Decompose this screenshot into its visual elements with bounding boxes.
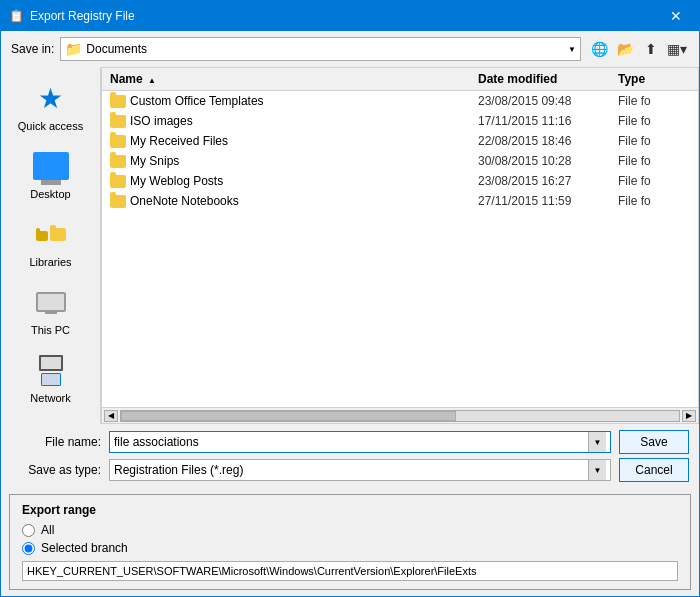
filetype-label: Save as type: (11, 463, 101, 477)
file-name: My Snips (106, 152, 474, 170)
export-registry-dialog: 📋 Export Registry File ✕ Save in: 📁 Docu… (0, 0, 700, 597)
column-type[interactable]: Type (614, 70, 694, 88)
table-row[interactable]: OneNote Notebooks 27/11/2015 11:59 File … (102, 191, 698, 211)
cancel-button[interactable]: Cancel (619, 458, 689, 482)
file-list-area: Name ▲ Date modified Type Custom Office … (101, 67, 699, 424)
file-type: File fo (614, 132, 694, 150)
network-icon (31, 350, 71, 390)
this-pc-icon (31, 282, 71, 322)
save-button[interactable]: Save (619, 430, 689, 454)
table-row[interactable]: ISO images 17/11/2015 11:16 File fo (102, 111, 698, 131)
folder-icon (110, 95, 126, 108)
file-date: 30/08/2015 10:28 (474, 152, 614, 170)
libraries-icon (31, 214, 71, 254)
current-folder-name: Documents (86, 42, 147, 56)
file-type: File fo (614, 192, 694, 210)
desktop-icon (31, 146, 71, 186)
folder-icon (110, 175, 126, 188)
filetype-input[interactable]: Registration Files (*.reg) ▼ (109, 459, 611, 481)
sidebar-item-label: Network (30, 392, 70, 404)
view-menu-button[interactable]: ▦▾ (665, 37, 689, 61)
file-date: 23/08/2015 09:48 (474, 92, 614, 110)
toolbar-buttons: 🌐 📂 ⬆ ▦▾ (587, 37, 689, 61)
file-type: File fo (614, 92, 694, 110)
table-row[interactable]: Custom Office Templates 23/08/2015 09:48… (102, 91, 698, 111)
save-in-label: Save in: (11, 42, 54, 56)
file-name: My Received Files (106, 132, 474, 150)
save-in-dropdown[interactable]: 📁 Documents ▼ (60, 37, 581, 61)
go-back-button[interactable]: 🌐 (587, 37, 611, 61)
folder-icon (110, 135, 126, 148)
scroll-right-button[interactable]: ▶ (682, 410, 696, 422)
file-name: ISO images (106, 112, 474, 130)
column-date[interactable]: Date modified (474, 70, 614, 88)
file-list-header: Name ▲ Date modified Type (102, 68, 698, 91)
radio-selected-label: Selected branch (41, 541, 128, 555)
sidebar-item-label: Libraries (29, 256, 71, 268)
file-date: 23/08/2015 16:27 (474, 172, 614, 190)
folder-icon (110, 155, 126, 168)
dialog-icon: 📋 (9, 9, 24, 23)
file-date: 22/08/2015 18:46 (474, 132, 614, 150)
table-row[interactable]: My Snips 30/08/2015 10:28 File fo (102, 151, 698, 171)
sidebar-item-network[interactable]: Network (1, 343, 100, 411)
title-bar: 📋 Export Registry File ✕ (1, 1, 699, 31)
export-range-title: Export range (22, 503, 678, 517)
filetype-dropdown-arrow[interactable]: ▼ (588, 460, 606, 480)
filetype-value: Registration Files (*.reg) (114, 463, 586, 477)
column-name[interactable]: Name ▲ (106, 70, 474, 88)
sidebar-item-desktop[interactable]: Desktop (1, 139, 100, 207)
quick-access-icon: ★ (31, 78, 71, 118)
radio-selected-branch[interactable] (22, 542, 35, 555)
filename-dropdown-arrow[interactable]: ▼ (588, 432, 606, 452)
file-type: File fo (614, 112, 694, 130)
file-name: My Weblog Posts (106, 172, 474, 190)
filename-value: file associations (114, 435, 586, 449)
file-type: File fo (614, 172, 694, 190)
title-bar-left: 📋 Export Registry File (9, 9, 135, 23)
folder-icon-small: 📁 (65, 41, 82, 57)
dropdown-chevron: ▼ (568, 45, 576, 54)
table-row[interactable]: My Received Files 22/08/2015 18:46 File … (102, 131, 698, 151)
toolbar: Save in: 📁 Documents ▼ 🌐 📂 ⬆ ▦▾ (1, 31, 699, 67)
sidebar-item-this-pc[interactable]: This PC (1, 275, 100, 343)
sidebar-item-label: Desktop (30, 188, 70, 200)
filename-row: File name: file associations ▼ Save (11, 430, 689, 454)
file-date: 27/11/2015 11:59 (474, 192, 614, 210)
horizontal-scrollbar[interactable]: ◀ ▶ (102, 407, 698, 423)
folder-icon (110, 195, 126, 208)
cancel-button-wrap: Cancel (619, 458, 689, 482)
sidebar-item-label: Quick access (18, 120, 83, 132)
file-list-body: Custom Office Templates 23/08/2015 09:48… (102, 91, 698, 407)
up-level-button[interactable]: ⬆ (639, 37, 663, 61)
branch-value-input[interactable] (22, 561, 678, 581)
bottom-form: File name: file associations ▼ Save Save… (1, 424, 699, 488)
sidebar: ★ Quick access Desktop Libraries (1, 67, 101, 424)
main-area: ★ Quick access Desktop Libraries (1, 67, 699, 424)
filename-input[interactable]: file associations ▼ (109, 431, 611, 453)
dialog-title: Export Registry File (30, 9, 135, 23)
file-type: File fo (614, 152, 694, 170)
file-date: 17/11/2015 11:16 (474, 112, 614, 130)
close-button[interactable]: ✕ (653, 1, 699, 31)
sidebar-item-quick-access[interactable]: ★ Quick access (1, 71, 100, 139)
filetype-row: Save as type: Registration Files (*.reg)… (11, 458, 689, 482)
radio-all[interactable] (22, 524, 35, 537)
file-name: OneNote Notebooks (106, 192, 474, 210)
radio-all-row: All (22, 523, 678, 537)
filename-label: File name: (11, 435, 101, 449)
table-row[interactable]: My Weblog Posts 23/08/2015 16:27 File fo (102, 171, 698, 191)
scroll-thumb[interactable] (121, 411, 456, 421)
sidebar-item-label: This PC (31, 324, 70, 336)
file-name: Custom Office Templates (106, 92, 474, 110)
export-range-section: Export range All Selected branch (9, 494, 691, 590)
folder-icon (110, 115, 126, 128)
radio-all-label: All (41, 523, 54, 537)
new-folder-button[interactable]: 📂 (613, 37, 637, 61)
form-buttons: Save (619, 430, 689, 454)
sort-arrow: ▲ (148, 76, 156, 85)
scroll-track[interactable] (120, 410, 680, 422)
sidebar-item-libraries[interactable]: Libraries (1, 207, 100, 275)
scroll-left-button[interactable]: ◀ (104, 410, 118, 422)
radio-selected-row: Selected branch (22, 541, 678, 555)
